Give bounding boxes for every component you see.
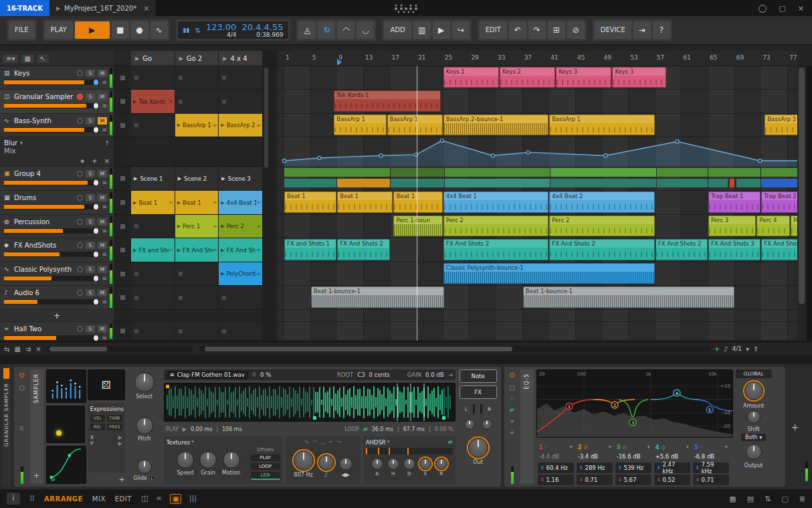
grid-icon[interactable]: ▦ — [14, 345, 20, 353]
clip-stop-button[interactable] — [120, 99, 125, 104]
inspector-panel-icon[interactable]: ▤ — [747, 495, 754, 503]
solo-button[interactable]: S — [86, 93, 95, 100]
arranger-clip[interactable]: Tek Kords 1 — [334, 90, 440, 112]
axis-label-x[interactable]: X — [90, 434, 94, 440]
scene-launch-cell[interactable]: ▶Scene 1 — [131, 167, 175, 190]
arranger-clip[interactable]: BassArp 1 — [334, 114, 386, 135]
track-menu-icon[interactable]: ≡ — [102, 79, 107, 86]
solo-button[interactable]: S — [86, 194, 95, 201]
play-start-marker[interactable] — [337, 59, 342, 66]
clip-launch-cell[interactable]: ▶BassArp 2≡ — [219, 114, 262, 137]
mute-button[interactable]: M — [98, 194, 107, 201]
track-menu-icon[interactable]: ≡ — [102, 179, 107, 186]
arm-button[interactable] — [77, 171, 83, 177]
play-menu-button[interactable]: PLAY — [45, 21, 73, 39]
info-button[interactable]: i — [7, 493, 20, 505]
arm-button[interactable] — [77, 195, 83, 201]
output-knob[interactable] — [468, 438, 488, 458]
expand-icon[interactable]: ⇥ — [448, 371, 453, 378]
play-length-value[interactable]: 106 ms — [222, 426, 242, 432]
eq-band-freq[interactable]: ⇕2.47 kHz — [654, 462, 690, 473]
solo-button[interactable]: S — [86, 70, 95, 77]
eq-display[interactable]: 12345 20 100 1k 10k +10 -10 -20 — [536, 369, 733, 438]
eq-band-shape-icon[interactable]: ◇ — [584, 444, 589, 450]
empty-clip-slot[interactable] — [175, 322, 219, 340]
track-row[interactable]: ▣ Group 4 S M ≡ — [0, 167, 114, 191]
track-menu-icon[interactable]: ≡ — [102, 299, 107, 305]
arranger-clip[interactable]: Beat 1-bounce-1 — [523, 286, 734, 308]
mute-button[interactable]: M — [98, 325, 107, 333]
group-clip-segment[interactable] — [736, 179, 761, 187]
solo-button[interactable]: S — [86, 325, 95, 333]
stop-cell[interactable] — [114, 167, 131, 191]
clip-stop-button[interactable] — [120, 76, 125, 80]
note-io-box[interactable]: Note — [460, 369, 497, 383]
eq-band-shape-icon[interactable]: ◜ — [545, 444, 547, 450]
track-menu-icon[interactable]: ≡ — [102, 228, 107, 234]
empty-clip-slot[interactable] — [175, 66, 219, 89]
group-clip-segment[interactable] — [337, 179, 389, 187]
ahdsr-r-knob[interactable] — [435, 458, 447, 470]
automation-param-name[interactable]: Mix — [4, 147, 110, 155]
mute-button[interactable]: M — [98, 218, 107, 226]
empty-clip-slot[interactable] — [175, 286, 219, 309]
cents-value[interactable]: 0 cents — [369, 371, 390, 378]
track-list-menu-icon[interactable]: ≡▾ — [3, 54, 18, 63]
eq-band-freq[interactable]: ⇕7.59 kHz — [693, 462, 729, 473]
root-note-value[interactable]: C3 — [357, 371, 365, 378]
device-menu-button[interactable]: DEVICE — [595, 21, 631, 39]
sample-waveform[interactable] — [164, 383, 455, 422]
eq-band-column[interactable]: 2◇▾ -3.4 dB ⇕289 Hz ⇕0.71 — [575, 442, 614, 486]
offset-len[interactable]: LEN — [251, 472, 280, 480]
launcher-horizontal-scrollbar[interactable] — [47, 346, 193, 352]
eq-panel-icon[interactable]: ▢ — [509, 384, 515, 391]
arranger-clip[interactable]: BassArp 3 — [765, 114, 797, 135]
add-track-row[interactable]: + — [0, 310, 114, 322]
dice-randomize-display[interactable]: ⚄ — [88, 369, 125, 400]
clip-launch-cell[interactable]: ▶FX and Sho...≡ — [131, 238, 175, 262]
empty-clip-slot[interactable] — [219, 286, 262, 309]
eq-band-header[interactable]: 3◇▾ — [614, 442, 653, 451]
timeline-ruler[interactable]: 1591317212529333741454953576165697377 — [277, 51, 797, 66]
eq-band-freq[interactable]: ⇕289 Hz — [577, 462, 613, 473]
arranger-clip[interactable]: Perc 3 — [708, 216, 756, 236]
arm-button[interactable] — [77, 242, 83, 248]
arranger-clip[interactable]: FX And Shots 2 — [337, 239, 389, 260]
arranger-clip[interactable]: Perc 4 — [756, 216, 790, 236]
volume-fader[interactable] — [4, 204, 99, 209]
eq-band-freq[interactable]: ⇕60.4 Hz — [538, 462, 574, 473]
mute-button[interactable]: M — [98, 289, 107, 297]
eq-band-q[interactable]: ⇕1.16 — [538, 475, 574, 485]
empty-clip-slot[interactable] — [219, 90, 262, 113]
loop-start-value[interactable]: 36.0 ms — [372, 426, 393, 432]
collab-icon[interactable]: + — [714, 345, 720, 353]
stretch-amount[interactable]: 0 % — [260, 371, 271, 378]
eq-band-column[interactable]: 4◇▾ +5.6 dB ⇕2.47 kHz ⇕0.52 — [653, 442, 692, 486]
clip-panel-icon[interactable]: ▣ — [170, 494, 181, 504]
view-tab-arrange[interactable]: ARRANGE — [44, 495, 83, 503]
volume-fader[interactable] — [4, 228, 99, 234]
punch-in-button[interactable]: ◠ — [337, 21, 354, 39]
file-menu-button[interactable]: FILE — [9, 21, 35, 39]
mapping-panel-icon[interactable]: ≣ — [799, 495, 805, 503]
track-row[interactable]: ▤ Keys S M ≡ — [0, 66, 114, 90]
mute-button[interactable]: M — [98, 242, 107, 249]
track-menu-icon[interactable]: ≡ — [102, 126, 107, 133]
arranger-clip[interactable]: Keys 3 — [556, 67, 611, 88]
track-row[interactable]: ♪ Audio 6 S M ≡ — [0, 286, 114, 310]
arranger-clip[interactable]: FX And Shots 3 — [708, 239, 760, 260]
arranger-clip[interactable]: BassArp 2-bounce-1 — [443, 114, 549, 135]
ahdsr-s-knob[interactable] — [419, 458, 431, 470]
group-clip-segment[interactable] — [657, 179, 708, 187]
scene-header-cell[interactable]: ▶4 x 4 — [219, 51, 262, 66]
group-clip-segment[interactable] — [730, 179, 734, 187]
eq-swap-icon[interactable]: ⇄ — [510, 407, 514, 413]
delete-button[interactable]: ⊘ — [567, 21, 585, 39]
arranger-clip[interactable]: BassArp 1 — [549, 114, 655, 135]
grid-resolution-display[interactable]: 4/1 — [732, 345, 741, 352]
automation-add-icon[interactable]: + — [92, 157, 97, 165]
track-row[interactable]: ∿ Classic Polysynth S M ≡ — [0, 262, 114, 286]
eq-band-gain[interactable]: +5.6 dB — [653, 451, 692, 462]
punch-out-button[interactable]: ◡ — [357, 21, 374, 39]
arm-button[interactable] — [77, 70, 83, 76]
